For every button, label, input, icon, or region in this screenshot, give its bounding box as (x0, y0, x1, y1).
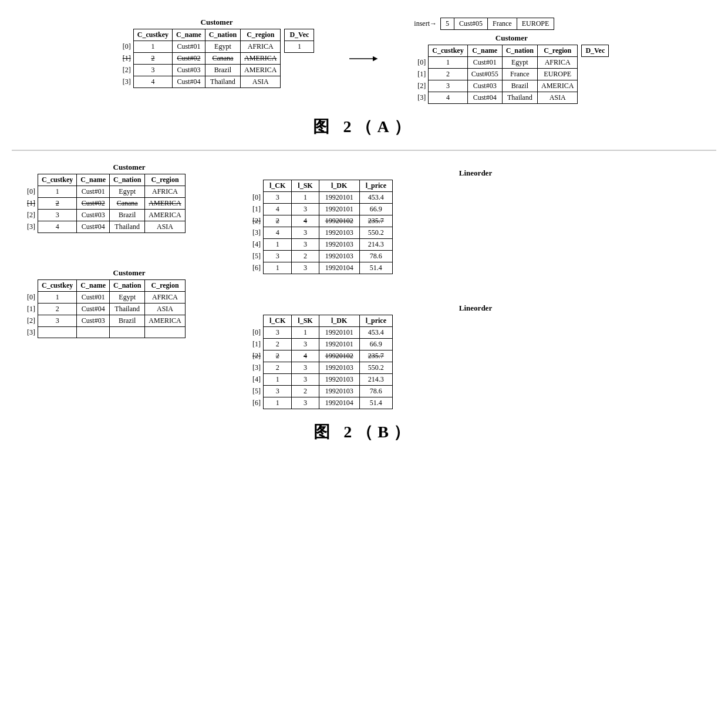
col-lsk2: l_SK (292, 315, 319, 327)
cell-lprice: 214.3 (359, 374, 392, 386)
cell-name: Cust#03 (77, 315, 110, 327)
cell-lprice: 453.4 (359, 192, 392, 204)
col-ck2: C_custkey (38, 280, 77, 292)
cell-nation: Egypt (205, 41, 240, 53)
cell-lck: 2 (264, 362, 292, 374)
fig2a-right-table-wrapper: Customer C_custkey C_name C_nation C_reg… (414, 33, 609, 104)
cell-name: Cust#03 (173, 65, 205, 76)
col-custkey: C_custkey (133, 29, 172, 41)
row-index: [2] (23, 210, 38, 221)
col-reg2: C_region (145, 280, 185, 292)
cell-lprice: 51.4 (359, 397, 392, 409)
fig2a-insert-row: insert→ 5Cust#05FranceEUROPE (414, 18, 554, 30)
cell-custkey: 2 (38, 304, 77, 315)
cell-lck: 4 (264, 227, 292, 239)
cell-name: Cust#01 (77, 186, 110, 198)
dvec-header: D_Vec (285, 29, 314, 41)
row-index: [5] (247, 251, 264, 262)
cell-nation: Thailand (205, 76, 240, 88)
fig2a-left-table: C_custkey C_name C_nation C_region [0]1C… (119, 29, 281, 88)
cell-nation: Brazil (110, 315, 145, 327)
cell-name: Cust#01 (467, 57, 502, 69)
cell-nation: Brazil (205, 65, 240, 76)
cell-lsk: 3 (292, 374, 319, 386)
cell-lck: 3 (264, 251, 292, 262)
cell-nation: Canana (110, 198, 145, 210)
cell-region: AMERICA (241, 53, 281, 65)
cell-custkey: 4 (38, 221, 77, 233)
cell-region: AMERICA (145, 210, 185, 221)
cell-region (145, 327, 185, 338)
fig2a-dvec: D_Vec 1 (284, 29, 314, 53)
cell-ldk: 19920104 (319, 262, 359, 274)
cell-nation: Egypt (110, 186, 145, 198)
cell-nation: Thailand (502, 92, 537, 104)
cell-lsk: 3 (292, 362, 319, 374)
cell-region: AMERICA (145, 198, 185, 210)
cell-ldk: 19920101 (319, 192, 359, 204)
insert-cell: 5 (441, 18, 454, 30)
col-reg: C_region (145, 174, 185, 186)
col-cn: C_name (77, 174, 110, 186)
row-index: [0] (23, 292, 38, 304)
row-index: [2] (414, 80, 429, 92)
col-region: C_region (241, 29, 281, 41)
row-index: [1] (247, 204, 264, 215)
cell-lprice: 78.6 (359, 386, 392, 397)
col-ldk2: l_DK (319, 315, 359, 327)
section-divider (12, 150, 716, 151)
col-nation: C_nation (205, 29, 240, 41)
cell-lck: 1 (264, 239, 292, 251)
fig2b-bottom-lineorder-title: Lineorder (247, 304, 705, 313)
page-wrapper: Customer C_custkey C_name C_nation C_reg… (0, 0, 728, 461)
col-nat: C_nation (110, 174, 145, 186)
cell-lck: 1 (264, 262, 292, 274)
fig2a-left-table-with-dvec: C_custkey C_name C_nation C_region [0]1C… (119, 29, 315, 88)
cell-lck: 2 (264, 350, 292, 362)
cell-name: Cust#04 (77, 304, 110, 315)
cell-region: AFRICA (145, 292, 185, 304)
cell-name: Cust#04 (77, 221, 110, 233)
cell-lck: 1 (264, 397, 292, 409)
cell-lprice: 550.2 (359, 227, 392, 239)
row-index: [3] (247, 362, 264, 374)
cell-region: AFRICA (241, 41, 281, 53)
cell-nation: Brazil (502, 80, 537, 92)
cell-name (77, 327, 110, 338)
row-index: [6] (247, 397, 264, 409)
cell-nation: Brazil (110, 210, 145, 221)
cell-name: Cust#03 (77, 210, 110, 221)
row-index: [1] (23, 304, 38, 315)
fig2a-arrow-mid (349, 53, 379, 65)
cell-custkey: 2 (429, 69, 467, 80)
cell-lsk: 3 (292, 239, 319, 251)
row-index: [1] (247, 339, 264, 350)
cell-lprice: 550.2 (359, 362, 392, 374)
cell-lck: 3 (264, 327, 292, 339)
cell-name: Cust#01 (173, 41, 205, 53)
cell-lsk: 3 (292, 227, 319, 239)
fig2a-right-section: insert→ 5Cust#05FranceEUROPE Customer (414, 18, 609, 104)
cell-custkey (38, 327, 77, 338)
row-index: [2] (247, 350, 264, 362)
cell-custkey: 3 (133, 65, 172, 76)
cell-name: Cust#055 (467, 69, 502, 80)
cell-name: Cust#01 (77, 292, 110, 304)
cell-ldk: 19920103 (319, 386, 359, 397)
row-index: [2] (23, 315, 38, 327)
row-index: [0] (23, 186, 38, 198)
fig2b-bottom-customer-title: Customer (23, 268, 235, 278)
cell-region: ASIA (145, 221, 185, 233)
col-name-r: C_name (467, 45, 502, 57)
cell-lck: 4 (264, 204, 292, 215)
row-index: [5] (247, 386, 264, 397)
cell-lsk: 3 (292, 397, 319, 409)
row-index: [0] (247, 327, 264, 339)
col-ldk: l_DK (319, 180, 359, 192)
cell-lprice: 51.4 (359, 262, 392, 274)
cell-name: Cust#03 (467, 80, 502, 92)
cell-lsk: 4 (292, 350, 319, 362)
cell-lprice: 235.7 (359, 350, 392, 362)
fig2a-right-dvec: D_Vec (581, 45, 609, 57)
cell-ldk: 19920103 (319, 374, 359, 386)
